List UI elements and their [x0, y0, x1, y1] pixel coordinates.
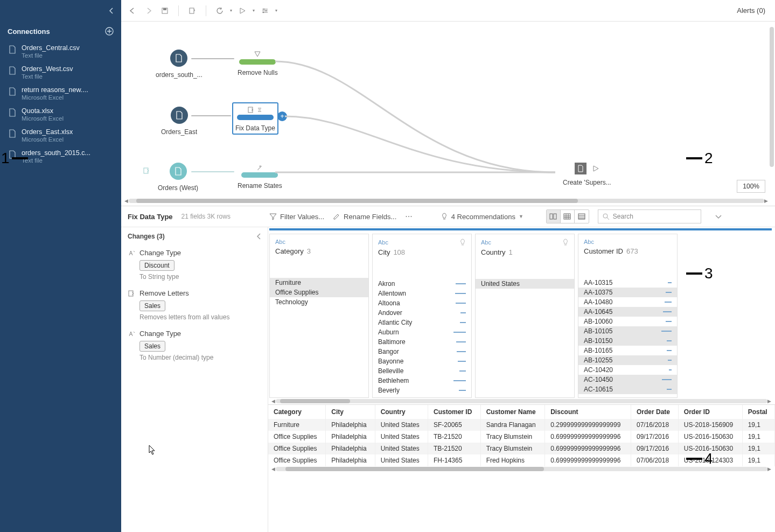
zoom-level[interactable]: 100%: [737, 180, 765, 193]
profile-value[interactable]: Bangor: [373, 347, 471, 356]
profile-value[interactable]: AB-10150: [578, 336, 677, 346]
change-item[interactable]: Change Type Sales To Number (decimal) ty…: [121, 326, 268, 367]
connection-item[interactable]: Orders_Central.csv Text file: [0, 41, 121, 62]
change-item[interactable]: Change Type Discount To String type: [121, 246, 268, 286]
profile-value[interactable]: AB-10165: [578, 346, 677, 355]
connection-item[interactable]: Quota.xlsx Microsoft Excel: [0, 104, 121, 125]
forward-button[interactable]: [143, 5, 155, 17]
profile-value[interactable]: Furniture: [270, 278, 368, 288]
refresh-button[interactable]: [214, 5, 226, 17]
save-button[interactable]: [159, 5, 171, 17]
expand-toggle[interactable]: [715, 214, 722, 219]
profile-value[interactable]: Office Supplies: [270, 288, 368, 297]
profile-value[interactable]: Belleville: [373, 366, 471, 376]
connection-item[interactable]: return reasons_new.... Microsoft Excel: [0, 83, 121, 104]
profile-value[interactable]: Technology: [270, 297, 368, 307]
grid-header[interactable]: Postal: [742, 405, 774, 419]
input-node-orders-west[interactable]: Orders (West): [158, 163, 198, 192]
profile-horizontal-scrollbar[interactable]: ◀▶: [268, 398, 775, 404]
profile-value[interactable]: AC-10420: [578, 365, 677, 375]
profile-value[interactable]: AA-10375: [578, 288, 677, 297]
grid-header[interactable]: Category: [268, 405, 326, 419]
step-remove-nulls[interactable]: Remove Nulls: [238, 50, 278, 76]
profile-value[interactable]: AA-10480: [578, 297, 677, 307]
settings-button[interactable]: [259, 5, 271, 17]
profile-value[interactable]: Allentown: [373, 289, 471, 298]
grid-cell: 0.699999999999999996: [545, 443, 631, 454]
profile-value[interactable]: AB-10105: [578, 326, 677, 336]
profile-value[interactable]: United States: [476, 279, 574, 289]
svg-point-6: [263, 11, 264, 12]
flow-horizontal-scrollbar[interactable]: ◀▶: [124, 198, 769, 204]
rename-fields-button[interactable]: Rename Fields...: [333, 213, 396, 221]
grid-cell: 0.699999999999999996: [545, 454, 631, 466]
add-connection-button[interactable]: [105, 27, 114, 36]
flow-canvas[interactable]: orders_south_... Remove Nulls Orders_Eas…: [121, 22, 775, 206]
grid-header[interactable]: Customer ID: [428, 405, 481, 419]
profile-value[interactable]: Baltimore: [373, 337, 471, 347]
view-profile-button[interactable]: [547, 210, 561, 223]
change-item[interactable]: Remove Letters Sales Removes letters fro…: [121, 286, 268, 326]
output-node[interactable]: Create 'Supers...: [563, 163, 611, 186]
recommendations-button[interactable]: 4 Recommendations ▼: [441, 213, 523, 221]
filter-values-button[interactable]: Filter Values...: [269, 213, 324, 221]
grid-cell: Tracy Blumstein: [480, 431, 545, 443]
profile-value[interactable]: Altoona: [373, 298, 471, 308]
lightbulb-icon[interactable]: [562, 239, 569, 246]
profile-value[interactable]: Bayonne: [373, 356, 471, 366]
profile-value[interactable]: Akron: [373, 279, 471, 289]
lightbulb-icon[interactable]: [459, 239, 466, 246]
changes-header: Changes (3): [128, 233, 165, 240]
grid-cell: Fred Hopkins: [480, 454, 545, 466]
data-sample-button[interactable]: [186, 5, 198, 17]
field-name: City: [378, 248, 390, 256]
grid-cell: Office Supplies: [268, 431, 326, 443]
more-options-button[interactable]: ···: [405, 212, 412, 221]
profile-value[interactable]: AC-10450: [578, 375, 677, 384]
profile-value[interactable]: AB-10060: [578, 317, 677, 326]
connection-item[interactable]: Orders_East.xlsx Microsoft Excel: [0, 125, 121, 146]
profile-value[interactable]: Beverly: [373, 386, 471, 395]
profile-card[interactable]: Abc City108 AkronAllentownAltoonaAndover…: [372, 234, 472, 398]
search-input[interactable]: Search: [598, 209, 701, 223]
back-button[interactable]: [127, 5, 138, 17]
grid-header[interactable]: Order Date: [631, 405, 679, 419]
input-node-orders-south[interactable]: orders_south_...: [156, 50, 203, 79]
profile-value[interactable]: Bethlehem: [373, 376, 471, 386]
profile-value[interactable]: Andover: [373, 308, 471, 318]
connection-item[interactable]: Orders_West.csv Text file: [0, 62, 121, 83]
edge: [191, 171, 234, 172]
profile-value[interactable]: Atlantic City: [373, 318, 471, 327]
grid-header[interactable]: Order ID: [678, 405, 742, 419]
profile-value[interactable]: Auburn: [373, 327, 471, 337]
profile-card[interactable]: Abc Category3 FurnitureOffice SuppliesTe…: [269, 234, 369, 398]
profile-card[interactable]: Abc Customer ID673 AA-10315AA-10375AA-10…: [578, 234, 678, 398]
grid-header[interactable]: Customer Name: [480, 405, 545, 419]
view-list-button[interactable]: [561, 210, 575, 223]
view-mode-toggle: [546, 209, 589, 223]
run-flow-button[interactable]: [236, 5, 248, 17]
alerts-label[interactable]: Alerts (0): [737, 6, 770, 15]
svg-rect-7: [248, 107, 253, 113]
sidebar-collapse-button[interactable]: [0, 0, 121, 22]
table-row[interactable]: FurniturePhiladelphiaUnited StatesSF-200…: [268, 419, 775, 431]
table-row[interactable]: Office SuppliesPhiladelphiaUnited States…: [268, 431, 775, 443]
flow-vertical-scrollbar[interactable]: [770, 27, 774, 167]
grid-header[interactable]: Country: [375, 405, 428, 419]
rec-label: 4 Recommendations: [451, 213, 515, 221]
profile-value[interactable]: AA-10315: [578, 278, 677, 288]
step-fix-data-type[interactable]: Fix Data Type: [232, 102, 278, 135]
profile-value[interactable]: AA-10645: [578, 307, 677, 317]
grid-cell: 07/06/2018: [631, 454, 679, 466]
profile-card[interactable]: Abc Country1 United States: [475, 234, 575, 398]
output-icon: [575, 163, 587, 174]
run-output-button[interactable]: [592, 165, 599, 172]
view-grid-button[interactable]: [575, 210, 589, 223]
grid-cell: Office Supplies: [268, 443, 326, 454]
profile-value[interactable]: AB-10255: [578, 355, 677, 365]
input-node-orders-east[interactable]: Orders_East: [161, 107, 197, 136]
profile-value[interactable]: AC-10615: [578, 384, 677, 394]
collapse-changes-button[interactable]: [257, 233, 261, 240]
grid-header[interactable]: Discount: [545, 405, 631, 419]
grid-header[interactable]: City: [326, 405, 375, 419]
